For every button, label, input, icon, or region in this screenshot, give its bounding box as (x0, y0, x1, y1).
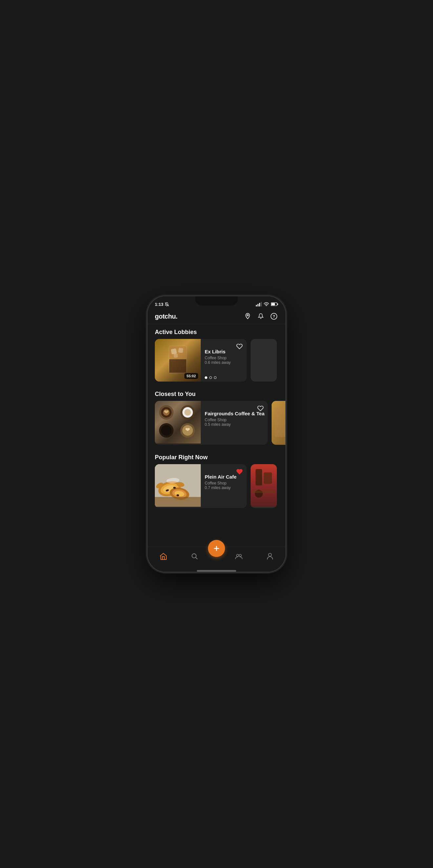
dot-1 (205, 376, 207, 379)
svg-point-5 (247, 315, 248, 316)
svg-rect-49 (252, 490, 275, 493)
svg-rect-44 (158, 500, 191, 501)
card-image-ex-libris: 55:02 (155, 339, 201, 381)
help-button[interactable]: ? (270, 312, 278, 320)
bell-slash-icon (165, 302, 169, 307)
closest-to-you-title: Closest to You (148, 391, 285, 401)
dot-3 (214, 376, 216, 379)
card-placeholder-3 (251, 464, 277, 508)
profile-icon (266, 552, 274, 560)
card-type-fairgrounds: Coffee Shop (205, 417, 264, 422)
svg-point-54 (236, 554, 239, 557)
card-image-fairgrounds (155, 401, 201, 443)
svg-rect-14 (174, 353, 178, 358)
active-lobbies-cards: 55:02 Ex Libris Coffee Shop 0.6 miles aw… (148, 339, 285, 381)
card-distance-plein-air: 0.7 miles away (205, 486, 243, 490)
card-distance-fairgrounds: 0.5 miles away (205, 422, 264, 427)
card-placeholder-1 (251, 339, 277, 381)
svg-text:?: ? (272, 314, 275, 319)
svg-point-55 (239, 554, 241, 557)
svg-rect-11 (169, 359, 186, 373)
tab-profile[interactable] (254, 549, 285, 563)
popular-right-now-section: Popular Right Now (148, 450, 285, 510)
dot-2 (209, 376, 212, 379)
card-info-ex-libris: Ex Libris Coffee Shop 0.6 miles away (201, 339, 247, 381)
svg-rect-47 (264, 472, 272, 484)
status-icons (256, 302, 278, 307)
home-indicator (197, 570, 236, 572)
app-header: gotchu. ? (148, 309, 285, 324)
time-display: 1:13 (155, 302, 163, 307)
tab-search[interactable] (179, 549, 210, 563)
favorite-button-plein-air[interactable] (235, 467, 244, 476)
svg-rect-3 (277, 304, 278, 305)
svg-rect-13 (178, 348, 183, 353)
svg-line-53 (196, 557, 197, 559)
active-lobbies-section: Active Lobbies (148, 324, 285, 383)
phone-screen: 1:13 (148, 296, 285, 572)
tab-home[interactable] (148, 549, 179, 563)
card-info-plein-air: Plein Air Cafe Coffee Shop 0.7 miles awa… (201, 464, 247, 508)
card-type-ex-libris: Coffee Shop (205, 355, 243, 360)
home-icon (160, 552, 167, 560)
svg-rect-46 (256, 469, 262, 486)
svg-rect-43 (158, 498, 198, 499)
signal-icon (256, 302, 262, 307)
svg-point-23 (161, 425, 172, 436)
svg-rect-45 (251, 464, 277, 507)
card-plein-air[interactable]: Plein Air Cafe Coffee Shop 0.7 miles awa… (155, 464, 247, 508)
card-info-fairgrounds: Fairgrounds Coffee & Tea Coffee Shop 0.5… (201, 401, 268, 445)
card-distance-ex-libris: 0.6 miles away (205, 360, 243, 365)
main-scroll[interactable]: Active Lobbies (148, 324, 285, 547)
card-dots-ex-libris (205, 376, 243, 379)
card-type-plein-air: Coffee Shop (205, 481, 243, 486)
card-ex-libris[interactable]: 55:02 Ex Libris Coffee Shop 0.6 miles aw… (155, 339, 247, 381)
svg-rect-4 (271, 303, 275, 305)
phone-notch (195, 296, 238, 306)
tab-bar (148, 547, 285, 570)
group-icon (235, 552, 243, 560)
timer-badge: 55:02 (184, 373, 198, 379)
svg-point-21 (184, 409, 191, 416)
card-name-fairgrounds: Fairgrounds Coffee & Tea (205, 411, 264, 416)
notifications-button[interactable] (257, 312, 265, 320)
fab-add-button[interactable] (208, 540, 225, 557)
favorite-button-fairgrounds[interactable] (256, 404, 265, 413)
closest-to-you-section: Closest to You (148, 386, 285, 447)
popular-right-now-cards: Plein Air Cafe Coffee Shop 0.7 miles awa… (148, 464, 285, 508)
status-time: 1:13 (155, 302, 169, 307)
header-icons: ? (243, 312, 278, 320)
card-placeholder-2 (271, 401, 285, 445)
svg-rect-27 (275, 407, 285, 437)
svg-point-56 (268, 553, 271, 556)
svg-rect-12 (171, 348, 177, 355)
location-button[interactable] (243, 312, 252, 320)
battery-icon (271, 302, 278, 306)
active-lobbies-title: Active Lobbies (148, 329, 285, 339)
tab-group[interactable] (223, 549, 254, 563)
card-image-plein-air (155, 464, 201, 507)
popular-right-now-title: Popular Right Now (148, 454, 285, 464)
wifi-icon (264, 302, 269, 306)
favorite-button-ex-libris[interactable] (235, 342, 244, 351)
phone-frame: 1:13 (148, 296, 285, 572)
svg-point-1 (266, 306, 267, 306)
closest-to-you-cards: Fairgrounds Coffee & Tea Coffee Shop 0.5… (148, 401, 285, 445)
card-fairgrounds[interactable]: Fairgrounds Coffee & Tea Coffee Shop 0.5… (155, 401, 268, 445)
app-logo: gotchu. (155, 313, 177, 320)
search-icon (191, 552, 198, 560)
